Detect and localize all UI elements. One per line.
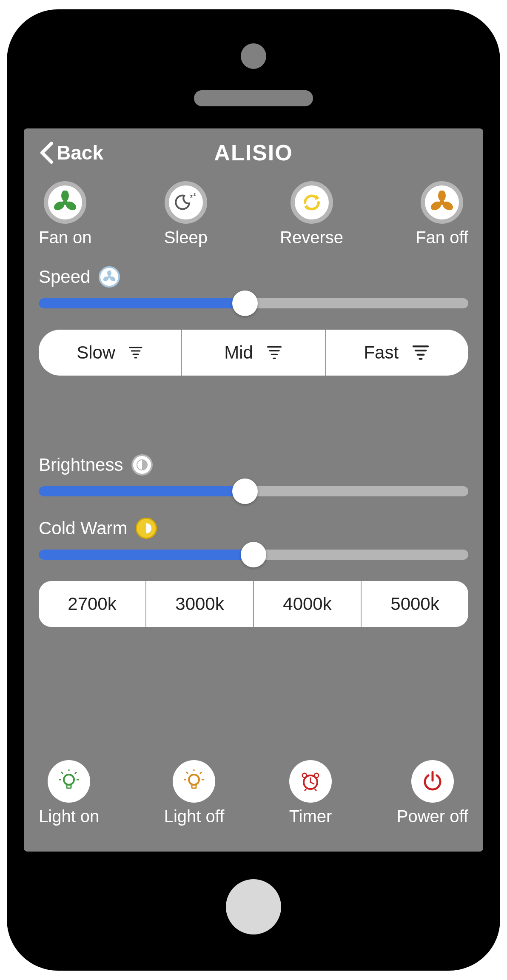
light-on-circle — [48, 760, 90, 803]
half-circle-icon — [136, 459, 148, 471]
svg-line-35 — [315, 789, 316, 791]
page-title: ALISIO — [214, 140, 293, 165]
reverse-label: Reverse — [280, 228, 343, 247]
svg-line-28 — [200, 772, 202, 774]
temp-4000[interactable]: 4000k — [254, 581, 362, 627]
temp-5000[interactable]: 5000k — [362, 581, 468, 627]
light-off-circle — [173, 760, 215, 803]
tornado-icon — [411, 343, 430, 362]
fan-off-label: Fan off — [416, 228, 468, 247]
speed-slider-fill — [39, 298, 245, 308]
bottom-row: Light on Light off — [39, 760, 468, 826]
svg-line-20 — [61, 772, 63, 774]
fan-off-button[interactable]: Fan off — [416, 181, 468, 247]
reverse-circle — [291, 181, 333, 224]
fan-icon — [430, 191, 454, 214]
svg-line-34 — [305, 789, 306, 791]
temp-label: 4000k — [283, 594, 331, 614]
svg-rect-16 — [67, 785, 71, 788]
light-on-label: Light on — [39, 807, 99, 826]
brightness-section: Brightness — [39, 454, 468, 476]
clock-icon — [299, 769, 322, 793]
back-button[interactable]: Back — [39, 141, 103, 164]
temp-label: 3000k — [175, 594, 224, 614]
preset-label: Mid — [224, 342, 253, 363]
fan-icon — [53, 191, 77, 214]
home-button[interactable] — [226, 879, 281, 934]
svg-line-21 — [75, 772, 77, 774]
svg-line-27 — [186, 772, 188, 774]
preset-label: Slow — [77, 342, 115, 363]
bulb-icon — [182, 769, 206, 793]
chevron-left-icon — [39, 142, 54, 164]
temp-3000[interactable]: 3000k — [146, 581, 254, 627]
speed-slider[interactable] — [39, 298, 468, 308]
speed-label: Speed — [39, 267, 90, 287]
temp-label: 5000k — [390, 594, 439, 614]
coldwarm-label: Cold Warm — [39, 518, 127, 538]
power-off-label: Power off — [397, 807, 468, 826]
speed-section: Speed — [39, 266, 468, 288]
fan-off-circle — [421, 181, 463, 224]
app-screen: Back ALISIO Fan on — [24, 128, 483, 852]
coldwarm-section: Cold Warm — [39, 518, 468, 539]
timer-circle — [289, 760, 332, 803]
speed-presets: Slow Mid Fast — [39, 330, 468, 376]
light-off-label: Light off — [164, 807, 225, 826]
sleep-button[interactable]: z z Sleep — [164, 181, 208, 247]
power-off-circle — [411, 760, 454, 803]
sleep-label: Sleep — [164, 228, 208, 247]
brightness-slider-fill — [39, 486, 245, 496]
speed-preset-fast[interactable]: Fast — [326, 330, 468, 376]
fan-on-label: Fan on — [39, 228, 92, 247]
color-temp-presets: 2700k 3000k 4000k 5000k — [39, 581, 468, 627]
svg-text:z: z — [194, 192, 196, 197]
coldwarm-mini-icon — [136, 518, 157, 539]
light-off-button[interactable]: Light off — [164, 760, 225, 826]
svg-point-1 — [61, 191, 69, 201]
cycle-icon — [300, 191, 324, 214]
power-icon — [421, 769, 444, 793]
svg-point-22 — [189, 775, 199, 785]
speaker-slot — [194, 90, 313, 106]
coldwarm-slider-fill — [39, 550, 254, 560]
fan-on-button[interactable]: Fan on — [39, 181, 92, 247]
fan-on-circle — [44, 181, 86, 224]
brightness-slider[interactable] — [39, 486, 468, 496]
temp-2700[interactable]: 2700k — [39, 581, 146, 627]
svg-point-11 — [107, 271, 111, 276]
svg-point-7 — [438, 191, 446, 201]
half-circle-icon — [140, 522, 153, 535]
header: Back ALISIO — [39, 141, 468, 164]
speed-preset-slow[interactable]: Slow — [39, 330, 182, 376]
timer-label: Timer — [289, 807, 332, 826]
brightness-label: Brightness — [39, 455, 123, 475]
preset-label: Fast — [364, 342, 399, 363]
brightness-slider-thumb[interactable] — [232, 479, 258, 504]
timer-button[interactable]: Timer — [289, 760, 332, 826]
speed-preset-mid[interactable]: Mid — [182, 330, 325, 376]
camera-dot — [241, 43, 266, 69]
svg-line-31 — [310, 782, 314, 784]
phone-frame: Back ALISIO Fan on — [7, 9, 500, 971]
bulb-icon — [57, 769, 81, 793]
coldwarm-slider[interactable] — [39, 550, 468, 560]
fan-mode-row: Fan on z z Sleep — [39, 181, 468, 247]
tornado-icon — [128, 345, 143, 360]
power-off-button[interactable]: Power off — [397, 760, 468, 826]
tornado-icon — [266, 344, 283, 361]
svg-point-32 — [302, 773, 307, 778]
temp-label: 2700k — [68, 594, 116, 614]
svg-rect-23 — [192, 785, 196, 788]
svg-point-33 — [314, 773, 319, 778]
brightness-mini-icon — [131, 454, 153, 476]
sleep-circle: z z — [165, 181, 207, 224]
speed-slider-thumb[interactable] — [232, 291, 258, 316]
moon-icon: z z — [174, 191, 198, 214]
fan-small-icon — [103, 271, 116, 283]
reverse-button[interactable]: Reverse — [280, 181, 343, 247]
coldwarm-slider-thumb[interactable] — [241, 542, 266, 567]
svg-point-15 — [64, 775, 74, 785]
light-on-button[interactable]: Light on — [39, 760, 99, 826]
speed-mini-icon — [99, 266, 120, 288]
